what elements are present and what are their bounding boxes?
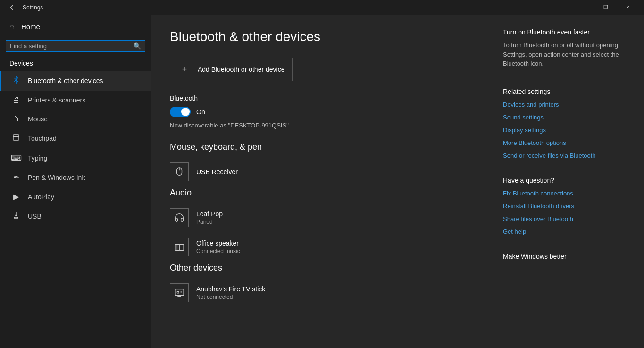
sidebar-item-label: Pen & Windows Ink	[28, 174, 85, 181]
device-info-usb-receiver: USB Receiver	[196, 168, 238, 176]
section-title-other: Other devices	[170, 263, 474, 273]
divider-3	[503, 243, 635, 243]
section-title-audio: Audio	[170, 188, 474, 198]
mouse-icon: 🖱	[11, 115, 21, 123]
device-name: Anubhav's Fire TV stick	[196, 285, 265, 293]
link-display-settings[interactable]: Display settings	[503, 127, 635, 134]
sidebar-item-label: Printers & scanners	[28, 96, 85, 104]
toggle-knob	[181, 108, 190, 116]
device-name: USB Receiver	[196, 168, 238, 176]
device-info-leaf-pop: Leaf Pop Paired	[196, 210, 223, 225]
titlebar: Settings — ❐ ✕	[0, 0, 644, 15]
device-item-fire-tv: Anubhav's Fire TV stick Not connected	[170, 280, 474, 306]
device-status: Paired	[196, 219, 223, 225]
sidebar-item-typing[interactable]: ⌨ Typing	[0, 148, 151, 168]
link-reinstall-drivers[interactable]: Reinstall Bluetooth drivers	[503, 203, 635, 210]
device-icon-speaker	[170, 238, 189, 256]
device-name: Leaf Pop	[196, 210, 223, 218]
sidebar-item-label: Typing	[28, 154, 47, 162]
link-sound-settings[interactable]: Sound settings	[503, 114, 635, 121]
search-input[interactable]	[10, 42, 134, 50]
device-info-fire-tv: Anubhav's Fire TV stick Not connected	[196, 285, 265, 300]
link-devices-printers[interactable]: Devices and printers	[503, 101, 635, 108]
divider-2	[503, 167, 635, 167]
main-content: Bluetooth & other devices + Add Bluetoot…	[151, 15, 493, 348]
bluetooth-section-label: Bluetooth	[170, 94, 474, 102]
home-label: Home	[21, 23, 40, 31]
device-item-office-speaker: Office speaker Connected music	[170, 234, 474, 260]
sidebar-item-label: USB	[28, 212, 42, 220]
titlebar-title: Settings	[23, 4, 573, 11]
link-get-help[interactable]: Get help	[503, 228, 635, 235]
search-icon: 🔍	[134, 42, 141, 50]
sidebar-section-title: Devices	[0, 58, 151, 71]
device-status: Connected music	[196, 248, 240, 255]
sidebar-item-autoplay[interactable]: ▶ AutoPlay	[0, 187, 151, 206]
svg-rect-7	[175, 289, 184, 296]
search-box: 🔍	[6, 40, 145, 52]
svg-rect-0	[13, 135, 19, 140]
toggle-state-label: On	[196, 108, 205, 116]
related-settings-title: Related settings	[503, 88, 635, 95]
sidebar: ⌂ Home 🔍 Devices Bluetooth & other devic…	[0, 15, 151, 348]
section-title-mkp: Mouse, keyboard, & pen	[170, 142, 474, 152]
bluetooth-toggle-row: On	[170, 107, 474, 117]
device-status: Not connected	[196, 294, 265, 300]
add-plus-icon: +	[178, 63, 191, 76]
sidebar-item-pen[interactable]: ✒ Pen & Windows Ink	[0, 168, 151, 187]
minimize-button[interactable]: —	[573, 0, 595, 15]
sidebar-item-label: Bluetooth & other devices	[28, 77, 103, 85]
add-device-label: Add Bluetooth or other device	[198, 66, 284, 73]
device-info-office-speaker: Office speaker Connected music	[196, 239, 240, 255]
link-fix-bluetooth[interactable]: Fix Bluetooth connections	[503, 190, 635, 197]
device-icon-headphones	[170, 208, 189, 227]
sidebar-item-label: AutoPlay	[28, 193, 54, 201]
device-item-leaf-pop: Leaf Pop Paired	[170, 204, 474, 231]
usb-icon	[11, 212, 21, 221]
back-button[interactable]	[6, 1, 19, 14]
sidebar-item-usb[interactable]: USB	[0, 206, 151, 226]
autoplay-icon: ▶	[11, 192, 21, 201]
svg-rect-10	[177, 291, 179, 293]
tip-desc: To turn Bluetooth on or off without open…	[503, 41, 635, 68]
link-send-receive-files[interactable]: Send or receive files via Bluetooth	[503, 152, 635, 159]
sidebar-item-touchpad[interactable]: Touchpad	[0, 128, 151, 148]
discoverable-text: Now discoverable as "DESKTOP-991QSIS"	[170, 122, 474, 129]
home-icon: ⌂	[9, 22, 15, 32]
window-controls: — ❐ ✕	[573, 0, 638, 15]
close-button[interactable]: ✕	[617, 0, 638, 15]
sidebar-item-mouse[interactable]: 🖱 Mouse	[0, 110, 151, 128]
sidebar-item-printers[interactable]: 🖨 Printers & scanners	[0, 91, 151, 110]
link-share-files[interactable]: Share files over Bluetooth	[503, 215, 635, 222]
tip-title: Turn on Bluetooth even faster	[503, 28, 635, 36]
sidebar-item-bluetooth[interactable]: Bluetooth & other devices	[0, 71, 151, 91]
add-device-button[interactable]: + Add Bluetooth or other device	[170, 58, 293, 81]
link-more-bluetooth[interactable]: More Bluetooth options	[503, 139, 635, 146]
sidebar-item-label: Mouse	[28, 115, 48, 123]
device-name: Office speaker	[196, 239, 240, 247]
sidebar-home[interactable]: ⌂ Home	[0, 15, 151, 38]
bluetooth-icon	[11, 76, 21, 85]
page-title: Bluetooth & other devices	[170, 29, 474, 44]
touchpad-icon	[11, 134, 21, 143]
typing-icon: ⌨	[11, 153, 21, 162]
bluetooth-toggle[interactable]	[170, 107, 191, 117]
pen-icon: ✒	[11, 173, 21, 182]
device-item-usb-receiver: USB Receiver	[170, 159, 474, 185]
device-icon-mouse	[170, 162, 189, 181]
device-icon-tv	[170, 283, 189, 302]
svg-rect-5	[179, 245, 184, 251]
have-question-title: Have a question?	[503, 177, 635, 184]
right-panel: Turn on Bluetooth even faster To turn Bl…	[493, 15, 644, 348]
app-body: ⌂ Home 🔍 Devices Bluetooth & other devic…	[0, 15, 644, 348]
divider-1	[503, 80, 635, 80]
sidebar-item-label: Touchpad	[28, 135, 57, 142]
maximize-button[interactable]: ❐	[595, 0, 617, 15]
make-better-title: Make Windows better	[503, 253, 635, 260]
printer-icon: 🖨	[11, 96, 21, 104]
